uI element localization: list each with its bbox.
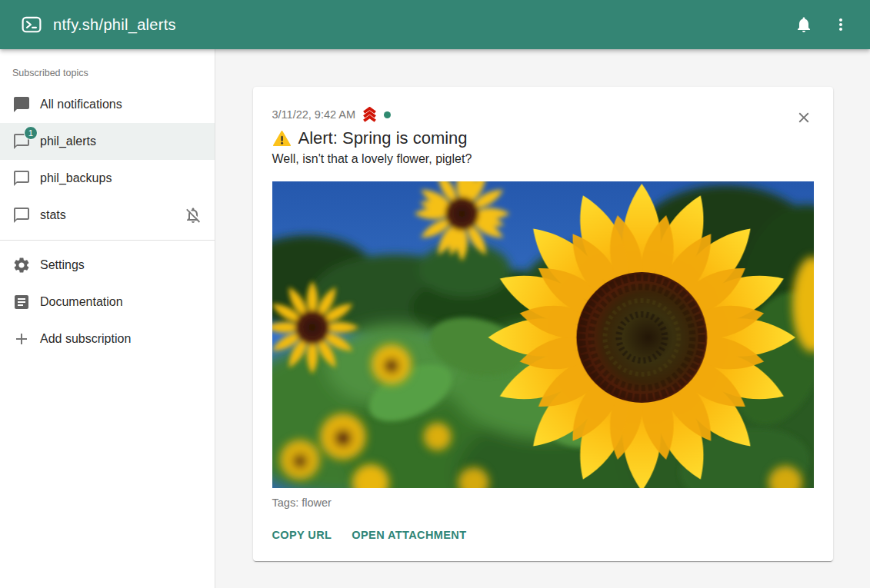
notification-title-row: Alert: Spring is coming xyxy=(272,128,814,148)
app-bar: ntfy.sh/phil_alerts xyxy=(0,0,870,49)
sidebar: Subscribed topics All notifications 1 ph… xyxy=(0,49,215,588)
attachment-image[interactable] xyxy=(272,181,814,488)
sidebar-item-all-notifications[interactable]: All notifications xyxy=(0,86,215,123)
sidebar-item-label: phil_alerts xyxy=(40,135,96,148)
notification-actions: COPY URL OPEN ATTACHMENT xyxy=(272,526,814,544)
plus-icon xyxy=(12,330,31,348)
sidebar-item-documentation[interactable]: Documentation xyxy=(0,284,215,321)
warning-triangle-icon xyxy=(272,130,292,148)
overflow-menu-button[interactable] xyxy=(825,9,856,40)
sidebar-item-label: Documentation xyxy=(40,295,123,309)
sidebar-divider xyxy=(0,240,215,241)
main-content: 3/11/22, 9:42 AM xyxy=(215,49,870,588)
notifications-button[interactable] xyxy=(788,9,819,40)
chat-bubble-outline-icon: 1 xyxy=(12,132,31,151)
notification-body: Well, isn't that a lovely flower, piglet… xyxy=(272,152,814,166)
copy-url-button[interactable]: COPY URL xyxy=(272,526,332,544)
notification-card: 3/11/22, 9:42 AM xyxy=(253,87,833,561)
timestamp: 3/11/22, 9:42 AM xyxy=(272,108,356,121)
sidebar-item-label: phil_backups xyxy=(40,171,112,185)
notification-title: Alert: Spring is coming xyxy=(298,128,468,148)
sidebar-item-settings[interactable]: Settings xyxy=(0,247,215,284)
chat-bubble-filled-icon xyxy=(12,95,31,114)
new-indicator-dot xyxy=(384,111,391,118)
sidebar-item-label: stats xyxy=(40,208,66,222)
sidebar-item-phil-alerts[interactable]: 1 phil_alerts xyxy=(0,123,215,160)
sidebar-item-label: Add subscription xyxy=(40,332,131,346)
sidebar-item-label: Settings xyxy=(40,258,85,272)
close-notification-button[interactable] xyxy=(793,107,815,128)
gear-icon xyxy=(12,256,31,274)
sidebar-item-stats[interactable]: stats xyxy=(0,197,215,234)
priority-max-chevrons-icon xyxy=(361,107,378,122)
notification-tags: Tags: flower xyxy=(272,497,814,509)
subscribed-topics-label: Subscribed topics xyxy=(0,55,215,86)
bell-icon xyxy=(795,15,813,34)
close-icon xyxy=(795,109,812,126)
kebab-menu-icon xyxy=(832,15,850,34)
bell-off-icon xyxy=(184,206,202,224)
sidebar-item-phil-backups[interactable]: phil_backups xyxy=(0,160,215,197)
notification-meta: 3/11/22, 9:42 AM xyxy=(272,107,814,122)
open-attachment-button[interactable]: OPEN ATTACHMENT xyxy=(352,526,466,544)
sidebar-item-label: All notifications xyxy=(40,98,122,111)
chat-bubble-outline-icon xyxy=(12,206,31,224)
sidebar-item-add-subscription[interactable]: Add subscription xyxy=(0,321,215,357)
sunflower-photo-graphic xyxy=(272,181,814,488)
article-icon xyxy=(12,293,31,311)
page-title: ntfy.sh/phil_alerts xyxy=(53,16,176,34)
unread-count-badge: 1 xyxy=(24,126,38,140)
chat-bubble-outline-icon xyxy=(12,169,31,188)
terminal-icon xyxy=(22,15,42,35)
